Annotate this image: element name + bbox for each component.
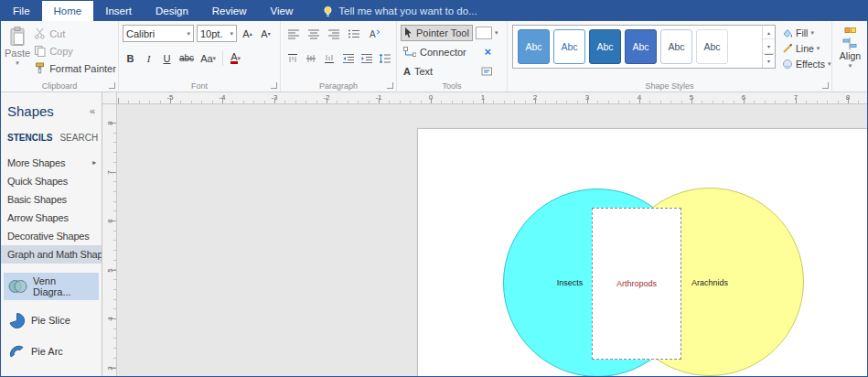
style-tile-6[interactable]: Abc (696, 29, 728, 64)
hruler-number: -1 (375, 93, 381, 102)
align-top-button[interactable] (284, 50, 300, 67)
stencil-pie-arc-label: Pie Arc (31, 346, 63, 357)
paste-button[interactable]: Paste ▾ (5, 24, 30, 79)
lightbulb-icon (323, 5, 333, 17)
line-dropdown-icon: ▾ (817, 45, 820, 51)
font-family-dropdown-icon: ▾ (187, 30, 190, 37)
align-middle-button[interactable] (303, 50, 318, 67)
collapse-panel-button[interactable]: « (90, 105, 95, 116)
fill-dropdown-icon: ▾ (810, 29, 814, 36)
grow-font-label: A (242, 28, 249, 39)
shrink-font-button[interactable]: A▾ (258, 26, 273, 42)
position-icon[interactable] (844, 26, 857, 36)
font-family-value: Calibri (126, 28, 155, 39)
effects-button[interactable]: Effects ▾ (782, 57, 831, 70)
align-button[interactable]: Align ▾ (840, 38, 861, 69)
category-arrow-shapes[interactable]: Arrow Shapes (1, 209, 102, 227)
pointer-tool-button[interactable]: Pointer Tool (401, 25, 473, 41)
quick-fill-swatch[interactable] (476, 27, 492, 39)
font-size-value: 10pt. (200, 28, 222, 39)
connection-point-tool-icon[interactable]: × (484, 46, 491, 58)
gallery-scroll-up-icon[interactable]: ▴ (763, 26, 775, 39)
style-tile-3[interactable]: Abc (589, 29, 621, 64)
style-tile-2[interactable]: Abc (553, 29, 585, 64)
stencil-pie-arc[interactable]: Pie Arc (4, 340, 99, 362)
font-color-button[interactable]: A▾ (228, 50, 243, 67)
connector-label: Connector (420, 47, 466, 58)
cut-icon (34, 27, 46, 39)
drawing-canvas[interactable]: Arthropods Insects Arachnids (117, 104, 867, 376)
tab-home[interactable]: Home (42, 1, 94, 21)
category-quick-shapes[interactable]: Quick Shapes (1, 172, 102, 190)
stencil-pie-slice[interactable]: Pie Slice (4, 309, 99, 331)
line-spacing-button[interactable] (378, 50, 393, 67)
shape-styles-dialog-launcher[interactable] (822, 82, 829, 89)
bold-button[interactable]: B (123, 50, 138, 67)
stencil-venn-diagram[interactable]: Venn Diagra... (4, 273, 99, 300)
align-middle-icon (305, 53, 316, 64)
effects-icon (782, 59, 793, 70)
align-bottom-button[interactable] (322, 50, 338, 67)
clipboard-group-label: Clipboard (1, 81, 118, 91)
decrease-indent-icon (342, 53, 355, 64)
italic-button[interactable]: I (141, 50, 156, 67)
change-case-button[interactable]: Aa▾ (198, 50, 218, 67)
text-direction-button[interactable]: A (365, 26, 382, 42)
connector-icon (403, 47, 416, 58)
tab-search[interactable]: SEARCH (59, 133, 98, 143)
paragraph-dialog-launcher[interactable] (387, 82, 393, 89)
category-decorative-shapes[interactable]: Decorative Shapes (1, 227, 102, 245)
copy-button[interactable]: Copy (34, 43, 116, 59)
cut-button[interactable]: Cut (34, 26, 116, 41)
text-tool-label: Text (414, 66, 433, 77)
venn-right-label: Arachnids (678, 278, 742, 287)
strikethrough-button[interactable]: abc (177, 50, 196, 67)
font-family-combo[interactable]: Calibri ▾ (123, 25, 194, 42)
bullets-button[interactable] (345, 26, 362, 42)
gallery-more-icon[interactable]: ▾ (765, 54, 773, 68)
text-tool-button[interactable]: A Text (401, 63, 435, 80)
style-tile-1[interactable]: Abc (518, 29, 550, 64)
tell-me-box[interactable]: Tell me what you want to do... (323, 1, 477, 21)
change-case-label: Aa (200, 53, 212, 64)
text-block-tool-icon[interactable] (481, 66, 493, 77)
paragraph-group: A Paragraph (281, 21, 397, 92)
tab-insert[interactable]: Insert (93, 1, 144, 21)
fill-button[interactable]: Fill ▾ (782, 26, 831, 39)
align-left-button[interactable] (284, 26, 302, 42)
copy-icon (34, 45, 46, 57)
grow-font-button[interactable]: A▴ (240, 26, 255, 42)
underline-button[interactable]: U (159, 50, 175, 67)
hruler-number: 7 (794, 93, 798, 102)
category-more-shapes[interactable]: More Shapes▸ (1, 154, 102, 172)
clipboard-dialog-launcher[interactable] (109, 82, 115, 89)
line-button[interactable]: Line ▾ (782, 41, 831, 55)
font-dialog-launcher[interactable] (271, 82, 277, 89)
increase-indent-button[interactable] (359, 50, 374, 67)
style-tile-4[interactable]: Abc (625, 29, 657, 64)
format-painter-button[interactable]: Format Painter (34, 60, 116, 76)
hruler-number: 0 (429, 93, 433, 102)
align-dropdown-icon: ▾ (849, 62, 852, 69)
tab-view[interactable]: View (259, 1, 305, 21)
align-center-button[interactable] (305, 26, 322, 42)
horizontal-ruler: -5 -4 -3 -2 -1 0 1 2 3 4 5 6 7 8 (117, 92, 867, 104)
decrease-indent-button[interactable] (340, 50, 356, 67)
category-graph-math-shapes[interactable]: Graph and Math Shap... (1, 245, 102, 264)
line-spacing-icon (379, 53, 391, 64)
pie-arc-icon (7, 343, 27, 360)
tab-file[interactable]: File (1, 1, 42, 21)
gallery-scroll-down-icon[interactable]: ▾ (763, 39, 775, 53)
tab-design[interactable]: Design (144, 1, 200, 21)
font-color-label: A (230, 52, 237, 64)
font-size-combo[interactable]: 10pt. ▾ (197, 25, 237, 42)
venn-center-rect[interactable]: Arthropods (592, 208, 681, 360)
tab-stencils[interactable]: STENCILS (7, 133, 52, 143)
vruler-number: 3 (106, 361, 114, 376)
align-right-button[interactable] (325, 26, 342, 42)
stencil-category-list: More Shapes▸ Quick Shapes Basic Shapes A… (1, 154, 102, 264)
category-basic-shapes[interactable]: Basic Shapes (1, 190, 102, 209)
connector-tool-button[interactable]: Connector (401, 44, 469, 60)
tab-review[interactable]: Review (200, 1, 259, 21)
style-tile-5[interactable]: Abc (660, 29, 692, 64)
